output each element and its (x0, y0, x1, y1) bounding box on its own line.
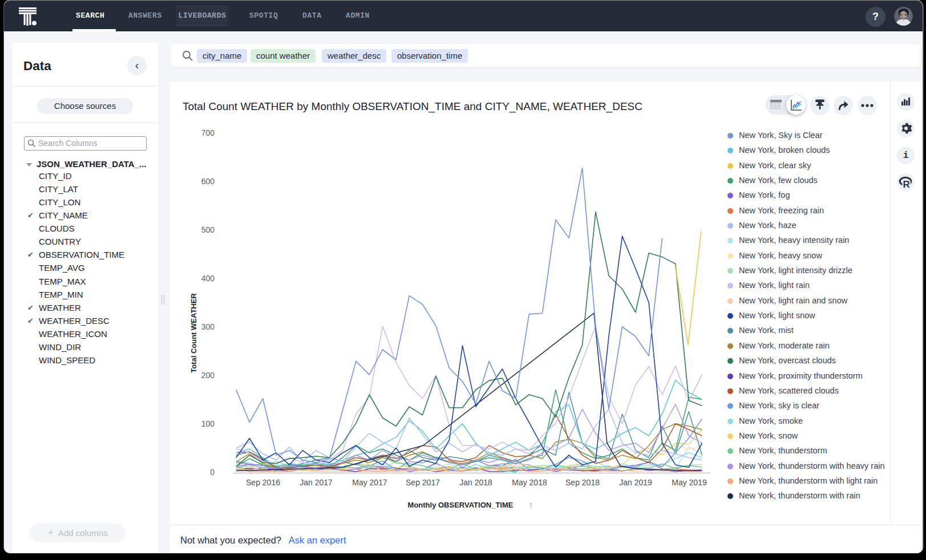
svg-text:400: 400 (201, 274, 215, 283)
svg-text:300: 300 (201, 322, 215, 331)
svg-text:↑: ↑ (528, 500, 533, 510)
svg-text:May 2018: May 2018 (512, 478, 547, 487)
svg-text:R: R (903, 179, 909, 188)
svg-text:Jan 2017: Jan 2017 (300, 478, 333, 487)
svg-text:Sep 2017: Sep 2017 (406, 478, 440, 487)
svg-text:May 2019: May 2019 (672, 478, 707, 487)
svg-text:700: 700 (201, 128, 215, 137)
svg-text:Total Count WEATHER: Total Count WEATHER (189, 293, 198, 373)
svg-text:Jan 2019: Jan 2019 (619, 478, 652, 487)
svg-text:500: 500 (201, 225, 215, 234)
svg-text:May 2017: May 2017 (352, 478, 387, 487)
svg-text:Jan 2018: Jan 2018 (459, 478, 492, 487)
svg-text:200: 200 (201, 371, 215, 380)
svg-text:600: 600 (201, 177, 215, 186)
svg-text:0: 0 (210, 468, 215, 477)
svg-text:Sep 2018: Sep 2018 (565, 478, 600, 487)
svg-text:Sep 2016: Sep 2016 (246, 478, 280, 487)
svg-text:100: 100 (201, 419, 215, 428)
svg-text:Monthly OBSERVATION_TIME: Monthly OBSERVATION_TIME (408, 501, 513, 509)
